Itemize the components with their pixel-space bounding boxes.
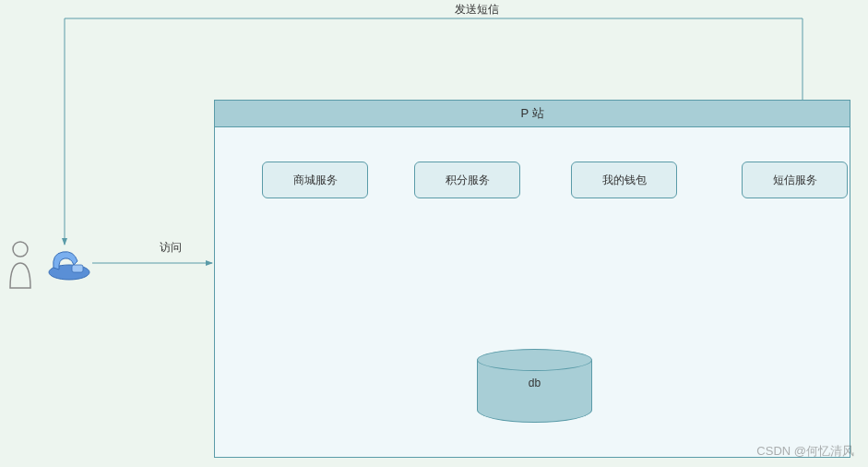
service-wallet: 我的钱包 — [571, 162, 677, 198]
container-title: P 站 — [215, 101, 850, 127]
svg-rect-2 — [72, 265, 83, 272]
label-send-sms: 发送短信 — [452, 2, 502, 18]
service-points: 积分服务 — [414, 162, 520, 198]
service-mall: 商城服务 — [262, 162, 368, 198]
svg-point-0 — [13, 242, 28, 257]
label-access: 访问 — [157, 240, 184, 256]
phone-icon — [46, 245, 92, 281]
db-cylinder: db — [477, 349, 592, 427]
db-label: db — [477, 377, 592, 389]
watermark: CSDN @何忆清风 — [756, 443, 854, 460]
user-icon — [5, 240, 37, 291]
service-sms: 短信服务 — [742, 162, 848, 198]
